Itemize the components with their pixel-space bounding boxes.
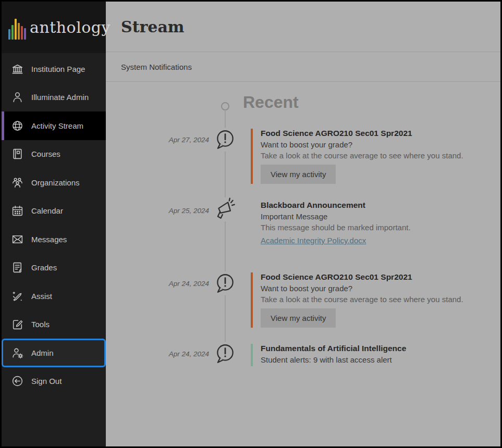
institution-icon <box>11 63 24 76</box>
sidebar-item-organizations[interactable]: Organizations <box>2 168 106 197</box>
stream-item-date: Apr 25, 2024 <box>151 207 209 215</box>
view-my-activity-button[interactable]: View my activity <box>261 165 336 184</box>
stream-card-body: Take a look at the course average to see… <box>261 151 463 160</box>
stream-card-subtitle: Important Message <box>261 212 411 221</box>
sign-out-arrow-icon <box>11 375 24 388</box>
system-notifications-section[interactable]: System Notifications <box>106 52 500 82</box>
app-window: anthology Institution Page Illuminate Ad… <box>0 0 502 448</box>
page-title: Stream <box>121 18 185 36</box>
system-notifications-label: System Notifications <box>121 63 192 71</box>
anthology-logo-icon <box>8 16 26 40</box>
stream-card-body: Take a look at the course average to see… <box>261 295 463 304</box>
person-icon <box>11 91 24 104</box>
stream-content: Recent Apr 27, 2024 Food Science AGRO210… <box>106 82 500 446</box>
grades-icon <box>11 261 24 274</box>
anthology-logo[interactable]: anthology <box>2 2 106 53</box>
sidebar-item-sign-out[interactable]: Sign Out <box>2 367 106 396</box>
recent-section-title: Recent <box>243 93 299 112</box>
sidebar-item-grades[interactable]: Grades <box>2 254 106 282</box>
stream-card-title: Food Science AGRO210 Sec01 Spr2021 <box>261 129 463 138</box>
stream-card-title: Food Science AGRO210 Sec01 Spr2021 <box>261 272 463 282</box>
megaphone-icon <box>213 197 237 221</box>
sidebar-item-label: Messages <box>31 235 67 244</box>
alert-bubble-icon <box>213 342 237 366</box>
timeline-dot <box>221 102 229 110</box>
sidebar-item-institution-page[interactable]: Institution Page <box>2 55 106 83</box>
stream-item-date: Apr 27, 2024 <box>151 136 209 144</box>
stream-card: Fundamentals of Artificial Intelligence … <box>251 344 406 366</box>
stream-item-date: Apr 24, 2024 <box>151 280 209 288</box>
sidebar-item-label: Illuminate Admin <box>31 93 89 102</box>
sidebar-nav: Institution Page Illuminate Admin Activi… <box>2 53 106 446</box>
sidebar-item-calendar[interactable]: Calendar <box>2 197 106 226</box>
attachment-link[interactable]: Academic Integrity Policy.docx <box>261 236 366 245</box>
stream-card-subtitle: Want to boost your grade? <box>261 284 463 293</box>
stream-card: Blackboard Announcement Important Messag… <box>251 201 411 245</box>
stream-card-subtitle: Student alerts: 9 with last access alert <box>261 355 406 364</box>
globe-icon <box>11 119 24 132</box>
view-my-activity-button[interactable]: View my activity <box>261 308 336 328</box>
sidebar-item-activity-stream[interactable]: Activity Stream <box>2 111 106 140</box>
sidebar-item-tools[interactable]: Tools <box>2 310 106 339</box>
sidebar-item-label: Grades <box>31 263 57 272</box>
sidebar-item-label: Assist <box>31 292 52 301</box>
calendar-icon <box>11 204 24 217</box>
sidebar-item-messages[interactable]: Messages <box>2 225 106 254</box>
sidebar-item-label: Institution Page <box>31 65 85 73</box>
sidebar-item-assist[interactable]: Assist <box>2 282 106 310</box>
stream-card-title: Blackboard Announcement <box>261 201 411 210</box>
sidebar-item-label: Organizations <box>31 178 80 187</box>
stream-card-title: Fundamentals of Artificial Intelligence <box>261 344 406 353</box>
main-area: Stream System Notifications Recent Apr 2… <box>106 2 500 446</box>
sidebar-item-illuminate-admin[interactable]: Illuminate Admin <box>2 83 106 112</box>
alert-bubble-icon <box>213 271 237 295</box>
book-icon <box>11 147 24 160</box>
alert-bubble-icon <box>213 128 237 152</box>
stream-card: Food Science AGRO210 Sec01 Spr2021 Want … <box>251 129 463 184</box>
stream-card-body: This message should be marked important. <box>261 223 411 232</box>
people-icon <box>11 176 24 189</box>
stream-card: Food Science AGRO210 Sec01 Spr2021 Want … <box>251 272 463 328</box>
sidebar-item-label: Tools <box>31 320 50 329</box>
admin-person-gear-icon <box>11 346 24 359</box>
envelope-icon <box>11 233 24 246</box>
sidebar-item-label: Admin <box>31 349 54 357</box>
sidebar-item-label: Sign Out <box>31 377 62 385</box>
sidebar-item-label: Courses <box>31 150 60 158</box>
stream-item-date: Apr 24, 2024 <box>151 350 209 358</box>
sidebar: anthology Institution Page Illuminate Ad… <box>2 2 106 446</box>
stream-card-subtitle: Want to boost your grade? <box>261 140 463 149</box>
sidebar-item-courses[interactable]: Courses <box>2 140 106 169</box>
page-header: Stream <box>106 2 500 52</box>
sidebar-item-admin[interactable]: Admin <box>2 339 106 367</box>
sidebar-item-label: Calendar <box>31 206 63 215</box>
anthology-logo-text: anthology <box>30 18 111 36</box>
assist-pencil-sparkle-icon <box>11 290 24 303</box>
sidebar-item-label: Activity Stream <box>31 121 83 130</box>
tools-pencil-square-icon <box>11 318 24 331</box>
